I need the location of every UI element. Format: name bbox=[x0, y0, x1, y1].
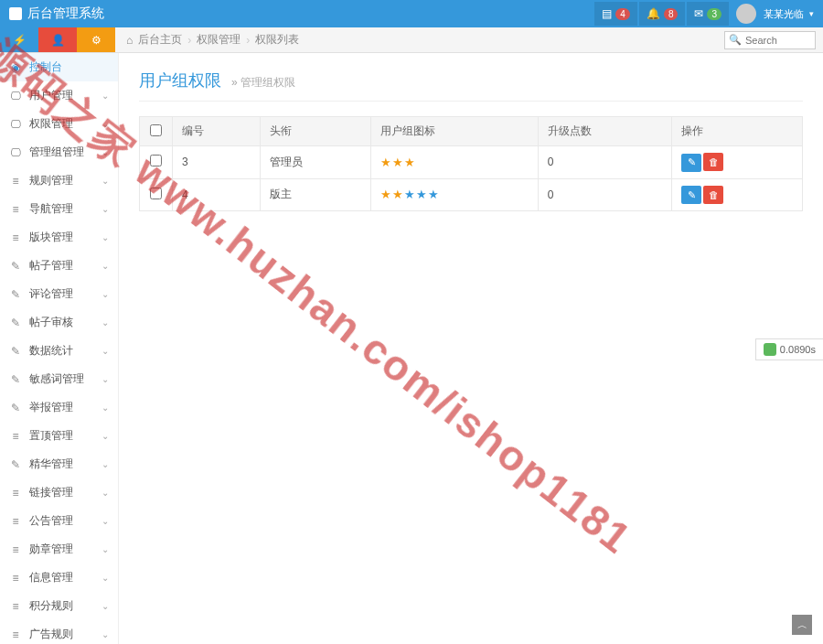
search-box: 🔍 bbox=[724, 27, 816, 52]
action-bar: ⚡ 👤 ⚙ ⌂ 后台主页 › 权限管理 › 权限列表 🔍 bbox=[0, 27, 823, 53]
gear-icon: ⚙ bbox=[91, 34, 102, 47]
row-checkbox[interactable] bbox=[150, 155, 162, 166]
cell-stars: ★★★★★ bbox=[370, 178, 538, 211]
sidebar-item-label: 数据统计 bbox=[29, 343, 73, 359]
sidebar-item-icon: 🖵 bbox=[9, 146, 22, 159]
breadcrumb-sep: › bbox=[246, 34, 250, 47]
sidebar-item-3[interactable]: 🖵管理组管理⌄ bbox=[0, 138, 118, 166]
breadcrumb-home[interactable]: 后台主页 bbox=[138, 32, 182, 48]
sidebar-item-0[interactable]: ◉控制台 bbox=[0, 53, 118, 81]
sidebar-item-10[interactable]: ✎数据统计⌄ bbox=[0, 337, 118, 365]
quick-action-2[interactable]: 👤 bbox=[38, 27, 77, 52]
chat-icon: ▤ bbox=[602, 7, 612, 20]
sidebar-item-label: 精华管理 bbox=[29, 456, 73, 472]
chevron-down-icon: ⌄ bbox=[102, 601, 109, 611]
main-content: 用户组权限 » 管理组权限 编号 头衔 用户组图标 升级点数 操作 3管理员★★… bbox=[119, 53, 823, 644]
sidebar-item-label: 帖子审核 bbox=[29, 315, 73, 330]
delete-button[interactable]: 🗑 bbox=[703, 186, 723, 204]
top-header: 后台管理系统 ▤ 4 🔔 8 ✉ 3 某某光临 ▾ bbox=[0, 0, 823, 27]
alerts-badge: 8 bbox=[664, 8, 679, 20]
sidebar-item-19[interactable]: ≡积分规则⌄ bbox=[0, 592, 118, 620]
cell-id: 3 bbox=[173, 146, 261, 179]
mail-badge: 3 bbox=[707, 8, 721, 20]
sidebar-item-6[interactable]: ≡版块管理⌄ bbox=[0, 223, 118, 252]
star-icon: ★★★ bbox=[380, 156, 416, 169]
breadcrumb-sep: › bbox=[187, 34, 191, 47]
page-title: 用户组权限 » 管理组权限 bbox=[139, 70, 803, 102]
page-title-text: 用户组权限 bbox=[139, 71, 221, 90]
sidebar-item-label: 信息管理 bbox=[29, 570, 73, 585]
sidebar-item-icon: ✎ bbox=[9, 260, 22, 273]
sidebar-item-1[interactable]: 🖵用户管理⌄ bbox=[0, 81, 118, 110]
sidebar-item-label: 敏感词管理 bbox=[29, 371, 84, 387]
sidebar-item-icon: ≡ bbox=[9, 203, 22, 216]
sidebar-item-icon: ✎ bbox=[9, 402, 22, 414]
sidebar-item-label: 用户管理 bbox=[29, 88, 73, 103]
edit-button[interactable]: ✎ bbox=[681, 154, 701, 172]
mail-icon: ✉ bbox=[694, 7, 703, 20]
quick-action-3[interactable]: ⚙ bbox=[77, 27, 115, 52]
avatar[interactable] bbox=[736, 4, 756, 24]
perf-time: 0.0890s bbox=[780, 344, 816, 355]
sidebar-item-2[interactable]: 🖵权限管理⌄ bbox=[0, 110, 118, 138]
sidebar-item-18[interactable]: ≡信息管理⌄ bbox=[0, 564, 118, 592]
chevron-down-icon: ⌄ bbox=[102, 629, 109, 639]
edit-button[interactable]: ✎ bbox=[681, 186, 701, 204]
sidebar-item-7[interactable]: ✎帖子管理⌄ bbox=[0, 252, 118, 280]
sidebar-item-icon: ✎ bbox=[9, 288, 22, 301]
col-id: 编号 bbox=[173, 117, 261, 146]
sidebar-item-label: 帖子管理 bbox=[29, 258, 73, 274]
mail-button[interactable]: ✉ 3 bbox=[687, 2, 729, 26]
sidebar-item-8[interactable]: ✎评论管理⌄ bbox=[0, 280, 118, 308]
sidebar-item-12[interactable]: ✎举报管理⌄ bbox=[0, 393, 118, 422]
sidebar-item-11[interactable]: ✎敏感词管理⌄ bbox=[0, 365, 118, 393]
chevron-down-icon: ⌄ bbox=[102, 374, 109, 384]
chevron-up-icon: ︿ bbox=[797, 618, 807, 632]
col-checkbox bbox=[140, 117, 173, 146]
chevron-down-icon: ⌄ bbox=[102, 232, 109, 242]
cell-id: 4 bbox=[173, 178, 261, 211]
sidebar-item-13[interactable]: ≡置顶管理⌄ bbox=[0, 422, 118, 450]
chevron-down-icon: ⌄ bbox=[102, 91, 109, 101]
sidebar-item-label: 导航管理 bbox=[29, 201, 73, 217]
sidebar-item-16[interactable]: ≡公告管理⌄ bbox=[0, 507, 118, 535]
chevron-down-icon: ⌄ bbox=[102, 261, 109, 271]
cell-role: 版主 bbox=[260, 178, 370, 211]
row-checkbox[interactable] bbox=[150, 188, 162, 199]
sidebar-item-icon: ≡ bbox=[9, 543, 22, 556]
select-all-checkbox[interactable] bbox=[150, 124, 162, 136]
sidebar-item-icon: 🖵 bbox=[9, 90, 22, 102]
breadcrumb-l1[interactable]: 权限管理 bbox=[197, 32, 240, 48]
table-row: 3管理员★★★0✎🗑 bbox=[140, 146, 803, 179]
brand-title: 后台管理系统 bbox=[27, 5, 104, 22]
sidebar-item-label: 广告规则 bbox=[29, 627, 73, 642]
sidebar-item-14[interactable]: ✎精华管理⌄ bbox=[0, 450, 118, 478]
sidebar-item-icon: ≡ bbox=[9, 231, 22, 244]
username[interactable]: 某某光临 bbox=[764, 7, 804, 21]
brand: 后台管理系统 bbox=[9, 5, 104, 22]
col-icon: 用户组图标 bbox=[370, 117, 538, 146]
messages-button[interactable]: ▤ 4 bbox=[594, 2, 637, 26]
sidebar-item-15[interactable]: ≡链接管理⌄ bbox=[0, 478, 118, 507]
leaf-icon bbox=[764, 343, 776, 356]
sidebar-item-icon: ✎ bbox=[9, 345, 22, 358]
sidebar-item-9[interactable]: ✎帖子审核⌄ bbox=[0, 308, 118, 337]
cell-ops: ✎🗑 bbox=[672, 178, 803, 211]
sidebar-item-17[interactable]: ≡勋章管理⌄ bbox=[0, 535, 118, 564]
breadcrumb: ⌂ 后台主页 › 权限管理 › 权限列表 bbox=[115, 27, 299, 52]
delete-button[interactable]: 🗑 bbox=[703, 153, 723, 171]
sidebar-item-label: 评论管理 bbox=[29, 286, 73, 302]
sidebar-item-label: 管理组管理 bbox=[29, 145, 84, 160]
brand-icon bbox=[9, 7, 22, 20]
sidebar-item-4[interactable]: ≡规则管理⌄ bbox=[0, 166, 118, 195]
chevron-down-icon: ⌄ bbox=[102, 204, 109, 214]
quick-action-1[interactable]: ⚡ bbox=[0, 27, 38, 52]
alerts-button[interactable]: 🔔 8 bbox=[639, 2, 686, 26]
sidebar-item-icon: ✎ bbox=[9, 458, 22, 471]
sidebar-item-icon: ≡ bbox=[9, 515, 22, 528]
sidebar-item-label: 规则管理 bbox=[29, 173, 73, 188]
sidebar-item-5[interactable]: ≡导航管理⌄ bbox=[0, 195, 118, 223]
sidebar-item-20[interactable]: ≡广告规则⌄ bbox=[0, 620, 118, 644]
sidebar-item-icon: ≡ bbox=[9, 175, 22, 188]
scroll-top-button[interactable]: ︿ bbox=[792, 615, 812, 635]
